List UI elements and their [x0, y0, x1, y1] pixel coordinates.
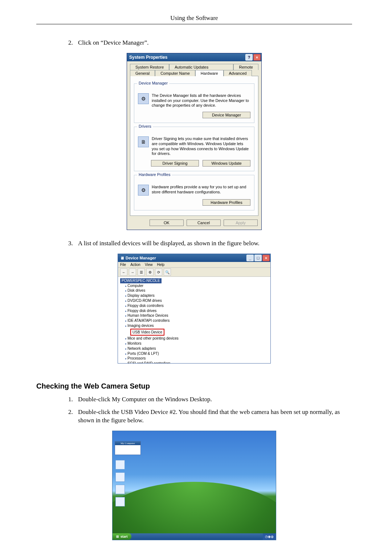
tree-node[interactable]: Human Interface Devices	[125, 313, 268, 318]
tree-node[interactable]: Disk drives	[125, 288, 268, 293]
tree-node[interactable]: Computer	[125, 283, 268, 288]
close-icon[interactable]: ×	[262, 255, 270, 261]
start-label: start	[121, 535, 128, 538]
close-icon[interactable]: ×	[253, 54, 261, 61]
tree-root[interactable]: POWERSPEC-NICOLE	[120, 278, 162, 283]
forward-icon[interactable]: →	[129, 268, 136, 276]
figure-device-manager: 🖥 Device Manager _ □ × File Action View …	[36, 254, 352, 365]
tree-node[interactable]: Monitors	[125, 341, 268, 346]
page: Using the Software Click on “Device Mana…	[0, 0, 392, 554]
tree-node[interactable]: Network adapters	[125, 346, 268, 351]
group-device-manager-text: The Device Manager lists all the hardwar…	[152, 93, 250, 108]
windows-desktop-screenshot: My Computer ⊞ start ◷◉◍	[112, 431, 276, 540]
devmgr-titlebar: 🖥 Device Manager _ □ ×	[118, 254, 270, 262]
desktop-icon[interactable]	[115, 485, 125, 494]
group-drivers: Drivers 🗎 Driver Signing lets you make s…	[134, 127, 254, 171]
tree-node[interactable]: Floppy disk drives	[125, 308, 268, 313]
tab-hardware[interactable]: Hardware	[195, 70, 224, 76]
minimize-icon[interactable]: _	[246, 255, 254, 261]
figure-windows-desktop: My Computer ⊞ start ◷◉◍	[36, 431, 352, 542]
start-button[interactable]: ⊞ start	[113, 533, 131, 540]
desktop-icon[interactable]	[115, 497, 125, 506]
sysprop-tabstrip: System Restore Automatic Updates Remote …	[127, 61, 261, 216]
my-computer-title: My Computer	[115, 442, 140, 445]
tree-node[interactable]: Display adapters	[125, 293, 268, 298]
cancel-button[interactable]: Cancel	[187, 219, 221, 226]
drivers-icon: 🗎	[138, 136, 149, 147]
tab-general[interactable]: General	[130, 70, 155, 76]
webcam-instruction-list: Double-click My Computer on the Windows …	[62, 395, 352, 425]
sysprop-dialog-buttons: OK Cancel Apply	[127, 216, 261, 230]
devmgr-toolbar: ← → ☰ ⚙ ⟳ 🔍	[118, 268, 270, 277]
system-properties-dialog: System Properties ? × System Restore Aut…	[127, 53, 262, 230]
group-hardware-profiles: Hardware Profiles ⚙ Hardware profiles pr…	[134, 175, 254, 210]
device-tree[interactable]: POWERSPEC-NICOLE Computer Disk drives Di…	[118, 277, 270, 363]
group-device-manager: Device Manager ⚙ The Device Manager list…	[134, 83, 254, 123]
group-hardware-profiles-legend: Hardware Profiles	[137, 172, 172, 177]
figure-system-properties: System Properties ? × System Restore Aut…	[36, 53, 352, 230]
menu-help[interactable]: Help	[157, 263, 164, 267]
device-manager-button[interactable]: Device Manager	[203, 112, 250, 118]
tab-advanced[interactable]: Advanced	[224, 70, 252, 76]
tab-automatic-updates[interactable]: Automatic Updates	[169, 64, 233, 70]
tree-node[interactable]: SCSI and RAID controllers	[125, 361, 268, 363]
bliss-hill	[112, 482, 276, 540]
heading-webcam-setup: Checking the Web Camera Setup	[36, 382, 352, 390]
windows-update-button[interactable]: Windows Update	[203, 160, 250, 167]
group-drivers-legend: Drivers	[137, 124, 153, 128]
hardware-profiles-icon: ⚙	[138, 185, 149, 196]
ok-button[interactable]: OK	[150, 219, 184, 226]
menu-view[interactable]: View	[145, 263, 153, 267]
tree-node[interactable]: Imaging devices	[125, 323, 268, 328]
tab-computer-name[interactable]: Computer Name	[155, 70, 195, 76]
desktop-icons	[115, 460, 125, 506]
tab-remote[interactable]: Remote	[233, 64, 258, 70]
webcam-step-2: Double-click the USB Video Device #2. Yo…	[74, 408, 352, 425]
sysprop-titlebar: System Properties ? ×	[127, 53, 261, 61]
tab-system-restore[interactable]: System Restore	[130, 64, 169, 70]
tree-node[interactable]: IDE ATA/ATAPI controllers	[125, 318, 268, 323]
webcam-step-1: Double-click My Computer on the Windows …	[74, 395, 352, 404]
tree-node[interactable]: Processors	[125, 356, 268, 361]
help-icon[interactable]: ?	[245, 54, 253, 61]
group-drivers-text: Driver Signing lets you make sure that i…	[152, 136, 250, 156]
system-tray[interactable]: ◷◉◍	[263, 533, 276, 540]
usb-video-device-highlight[interactable]: USB Video Device	[130, 328, 268, 336]
devmgr-menubar: File Action View Help	[118, 262, 270, 268]
group-device-manager-legend: Device Manager	[137, 81, 169, 85]
tree-icon[interactable]: ☰	[138, 268, 145, 276]
windows-flag-icon: ⊞	[116, 535, 119, 538]
maximize-icon[interactable]: □	[254, 255, 262, 261]
running-title: Using the Software	[36, 15, 352, 22]
tree-node[interactable]: Mice and other pointing devices	[125, 336, 268, 341]
properties-icon[interactable]: ⚙	[146, 268, 154, 276]
menu-action[interactable]: Action	[130, 263, 140, 267]
tree-node[interactable]: Floppy disk controllers	[125, 303, 268, 308]
tab-hardware-body: Device Manager ⚙ The Device Manager list…	[130, 76, 258, 216]
scan-hardware-icon[interactable]: 🔍	[164, 268, 171, 276]
apply-button: Apply	[224, 219, 258, 226]
taskbar: ⊞ start ◷◉◍	[113, 533, 276, 540]
intro-instruction-list: Click on “Device Manager”.	[62, 39, 352, 47]
tree-node[interactable]: DVD/CD-ROM drives	[125, 298, 268, 303]
menu-file[interactable]: File	[120, 263, 126, 267]
driver-signing-button[interactable]: Driver Signing	[151, 160, 199, 167]
hardware-profiles-button[interactable]: Hardware Profiles	[203, 199, 250, 206]
group-hardware-profiles-text: Hardware profiles provide a way for you …	[152, 185, 250, 196]
intro-instruction-list-cont: A list of installed devices will be disp…	[62, 239, 352, 248]
my-computer-window[interactable]: My Computer	[115, 441, 141, 455]
desktop-icon[interactable]	[115, 460, 125, 469]
tree-node[interactable]: Ports (COM & LPT)	[125, 351, 268, 356]
sysprop-title: System Properties	[129, 55, 245, 60]
device-manager-icon: ⚙	[138, 93, 149, 104]
monitor-icon: 🖥	[120, 256, 124, 260]
refresh-icon[interactable]: ⟳	[155, 268, 162, 276]
instruction-step-2: Click on “Device Manager”.	[74, 39, 352, 47]
back-icon[interactable]: ←	[120, 268, 127, 276]
instruction-step-3: A list of installed devices will be disp…	[74, 239, 352, 248]
devmgr-title: Device Manager	[126, 256, 246, 260]
my-computer-body	[115, 445, 140, 455]
desktop-icon[interactable]	[115, 472, 125, 482]
device-manager-window: 🖥 Device Manager _ □ × File Action View …	[118, 254, 271, 364]
